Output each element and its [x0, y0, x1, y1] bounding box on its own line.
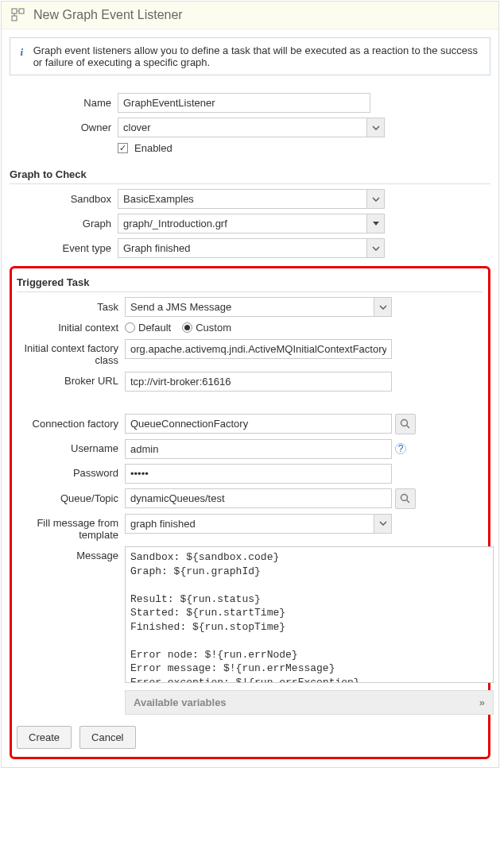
search-icon [400, 493, 411, 504]
dialog-panel: New Graph Event Listener i Graph event l… [1, 1, 499, 768]
username-label: Username [17, 442, 125, 455]
title-bar: New Graph Event Listener [2, 2, 498, 29]
create-button[interactable]: Create [17, 726, 72, 749]
help-icon[interactable]: ? [395, 443, 406, 454]
svg-rect-0 [12, 9, 17, 14]
fill-template-value: graph finished [126, 515, 374, 533]
name-input[interactable] [118, 93, 370, 113]
browse-queue-button[interactable] [395, 488, 416, 509]
event-type-select[interactable]: Graph finished [118, 238, 385, 258]
available-variables-label: Available variables [134, 696, 227, 708]
task-label: Task [17, 301, 125, 314]
event-type-label: Event type [10, 242, 118, 255]
sandbox-select[interactable]: BasicExamples [118, 189, 385, 209]
owner-value: clover [118, 118, 366, 137]
svg-rect-1 [19, 9, 24, 14]
password-label: Password [17, 467, 125, 480]
cancel-button[interactable]: Cancel [79, 726, 135, 749]
event-type-value: Graph finished [118, 239, 366, 257]
ic-factory-label: Initial context factory class [17, 339, 125, 367]
page-title: New Graph Event Listener [33, 8, 183, 22]
chevron-down-icon[interactable] [366, 239, 384, 257]
svg-rect-2 [12, 16, 17, 21]
enabled-checkbox[interactable]: ✓ [118, 143, 128, 153]
message-label: Message [17, 546, 125, 562]
info-box: i Graph event listeners allow you to def… [10, 37, 490, 75]
owner-label: Owner [10, 122, 118, 134]
username-input[interactable] [125, 439, 392, 459]
svg-point-3 [401, 419, 408, 426]
sandbox-label: Sandbox [10, 193, 118, 206]
owner-select[interactable]: clover [118, 118, 385, 137]
graph-label: Graph [10, 218, 118, 230]
enabled-label: Enabled [134, 142, 172, 154]
radio-default[interactable] [125, 322, 135, 333]
queue-topic-input[interactable] [125, 488, 392, 508]
info-text: Graph event listeners allow you to defin… [33, 44, 482, 68]
triggered-task-region: Triggered Task Task Send a JMS Message I… [10, 266, 490, 759]
chevron-down-icon[interactable] [374, 515, 391, 533]
conn-factory-label: Connection factory [17, 418, 125, 430]
browse-conn-factory-button[interactable] [395, 414, 416, 434]
ic-factory-input[interactable] [125, 339, 392, 359]
conn-factory-input[interactable] [125, 414, 392, 434]
radio-default-label: Default [138, 322, 171, 334]
message-textarea[interactable] [125, 546, 494, 683]
task-value: Send a JMS Message [126, 298, 374, 316]
caret-down-icon[interactable] [366, 214, 384, 233]
svg-line-4 [407, 425, 410, 428]
svg-line-6 [407, 500, 410, 503]
available-variables-toggle[interactable]: Available variables » [125, 690, 494, 715]
search-icon [400, 419, 411, 430]
section-graph-to-check: Graph to Check [10, 168, 490, 184]
radio-custom-label: Custom [196, 322, 231, 334]
name-label: Name [10, 97, 118, 110]
fill-template-select[interactable]: graph finished [125, 514, 392, 534]
initial-context-label: Initial context [17, 322, 125, 334]
sandbox-value: BasicExamples [118, 190, 366, 208]
svg-point-5 [401, 494, 408, 500]
chevron-down-icon[interactable] [366, 118, 384, 137]
graph-combo[interactable]: graph/_Introduction.grf [118, 214, 385, 233]
queue-topic-label: Queue/Topic [17, 492, 125, 505]
task-select[interactable]: Send a JMS Message [125, 297, 392, 317]
chevron-down-icon[interactable] [366, 190, 384, 208]
password-input[interactable] [125, 464, 392, 484]
chevron-down-icon[interactable] [374, 298, 391, 316]
radio-custom[interactable] [182, 322, 192, 333]
broker-url-input[interactable] [125, 372, 392, 392]
info-icon: i [18, 46, 25, 59]
chevron-right-icon: » [479, 696, 485, 708]
fill-template-label: Fill message from template [17, 514, 125, 542]
section-triggered-task: Triggered Task [17, 276, 483, 292]
graph-value: graph/_Introduction.grf [118, 214, 366, 233]
broker-url-label: Broker URL [17, 375, 125, 388]
event-listener-icon [11, 8, 25, 22]
